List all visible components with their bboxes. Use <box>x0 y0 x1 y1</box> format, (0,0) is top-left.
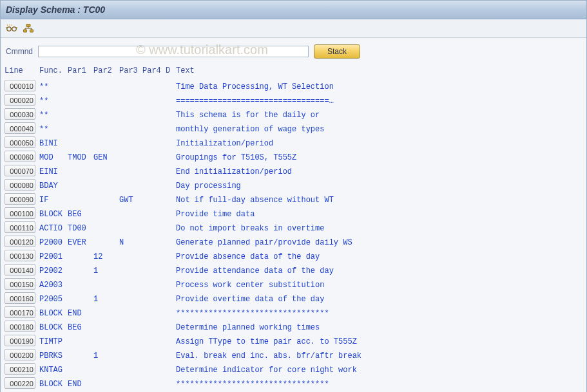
cell-par3 <box>119 306 142 321</box>
cell-par4 <box>142 221 166 236</box>
grid-row[interactable]: 000190TIMTPAssign TType to time pair acc… <box>1 335 586 349</box>
grid-row[interactable]: 000030**This schema is for the daily or <box>1 108 586 122</box>
line-number: 000170 <box>5 306 35 318</box>
cell-d <box>166 193 176 207</box>
cell-par2 <box>93 335 119 349</box>
cell-par2 <box>93 207 119 221</box>
grid-row[interactable]: 000150A2003Process work center substitut… <box>1 278 586 292</box>
grid-row[interactable]: 000200PBRKS1Eval. break end inc. abs. bf… <box>1 349 586 363</box>
command-input[interactable] <box>38 46 309 57</box>
cell-text: Groupings for T510S, T555Z <box>176 151 582 165</box>
grid-row[interactable]: 000050BINIInitialization/period <box>1 136 586 151</box>
cell-text: monthly generation of wage types <box>176 122 582 136</box>
cell-func: MOD <box>39 151 68 165</box>
cell-func: ** <box>39 122 68 136</box>
header-func: Func. <box>39 64 68 78</box>
line-number-cell[interactable]: 000170 <box>5 306 39 321</box>
window-title: Display Schema : TC00 <box>6 5 105 15</box>
cell-text: This schema is for the daily or <box>176 108 582 122</box>
cell-par4 <box>142 377 166 391</box>
grid-row[interactable]: 000110ACTIOTD00Do not import breaks in o… <box>1 221 586 236</box>
cell-func: ** <box>39 108 68 122</box>
grid-row[interactable]: 000220BLOCKEND**************************… <box>1 377 586 391</box>
cell-par1: TMOD <box>68 151 93 165</box>
cell-d <box>166 306 176 321</box>
grid-row[interactable]: 000180BLOCKBEGDetermine planned working … <box>1 321 586 335</box>
cell-par3 <box>119 278 142 292</box>
grid-row[interactable]: 000060MODTMODGENGroupings for T510S, T55… <box>1 151 586 165</box>
cell-par4 <box>142 80 166 94</box>
grid-row[interactable]: 000120P2000EVERNGenerate planned pair/pr… <box>1 236 586 250</box>
cell-func: A2003 <box>39 278 68 292</box>
line-number-cell[interactable]: 000190 <box>5 335 39 349</box>
line-number-cell[interactable]: 000220 <box>5 377 39 391</box>
cell-par2 <box>93 80 119 94</box>
cell-par1: BEG <box>68 207 93 221</box>
grid-row[interactable]: 000020**================================… <box>1 94 586 108</box>
grid-row[interactable]: 000080BDAYDay processing <box>1 179 586 193</box>
cell-d <box>166 207 176 221</box>
line-number-cell[interactable]: 000110 <box>5 221 39 236</box>
line-number-cell[interactable]: 000020 <box>5 94 39 108</box>
cell-text: Determine planned working times <box>176 321 582 335</box>
hierarchy-icon <box>23 24 34 33</box>
svg-point-0 <box>7 27 11 31</box>
line-number-cell[interactable]: 000210 <box>5 363 39 377</box>
line-number-cell[interactable]: 000100 <box>5 207 39 221</box>
svg-rect-2 <box>26 24 30 27</box>
line-number: 000050 <box>5 136 35 148</box>
grid-body: 000010**Time Data Processing, WT Selecti… <box>1 80 586 392</box>
cell-d <box>166 250 176 264</box>
line-number-cell[interactable]: 000070 <box>5 165 39 179</box>
stack-button[interactable]: Stack <box>314 44 360 59</box>
grid-row[interactable]: 000070EINIEnd initialization/period <box>1 165 586 179</box>
grid-row[interactable]: 000160P20051Provide overtime data of the… <box>1 292 586 306</box>
grid-row[interactable]: 000140P20021Provide attendance data of t… <box>1 264 586 278</box>
line-number-cell[interactable]: 000030 <box>5 108 39 122</box>
grid-row[interactable]: 000040**monthly generation of wage types <box>1 122 586 136</box>
line-number-cell[interactable]: 000060 <box>5 151 39 165</box>
svg-rect-4 <box>30 30 34 32</box>
line-number-cell[interactable]: 000180 <box>5 321 39 335</box>
line-number-cell[interactable]: 000090 <box>5 193 39 207</box>
cell-func: EINI <box>39 165 68 179</box>
line-number-cell[interactable]: 000140 <box>5 264 39 278</box>
line-number-cell[interactable]: 000160 <box>5 292 39 306</box>
grid-row[interactable]: 000170BLOCKEND**************************… <box>1 306 586 321</box>
cell-par3 <box>119 292 142 306</box>
cell-text: Eval. break end inc. abs. bfr/aftr break <box>176 349 582 363</box>
cell-par1 <box>68 349 93 363</box>
line-number-cell[interactable]: 000080 <box>5 179 39 193</box>
cell-par1 <box>68 363 93 377</box>
cell-par2: 1 <box>93 264 119 278</box>
line-number: 000220 <box>5 377 35 389</box>
cell-par4 <box>142 165 166 179</box>
cell-par4 <box>142 236 166 250</box>
grid-row[interactable]: 000010**Time Data Processing, WT Selecti… <box>1 80 586 94</box>
cell-d <box>166 349 176 363</box>
cell-par2: GEN <box>93 151 119 165</box>
line-number-cell[interactable]: 000050 <box>5 136 39 151</box>
line-number-cell[interactable]: 000150 <box>5 278 39 292</box>
cell-d <box>166 165 176 179</box>
line-number-cell[interactable]: 000130 <box>5 250 39 264</box>
line-number-cell[interactable]: 000040 <box>5 122 39 136</box>
cell-par3 <box>119 264 142 278</box>
cell-par4 <box>142 207 166 221</box>
line-number-cell[interactable]: 000120 <box>5 236 39 250</box>
line-number: 000070 <box>5 165 35 176</box>
line-number: 000010 <box>5 80 35 91</box>
line-number: 000190 <box>5 335 35 346</box>
grid-row[interactable]: 000130P200112Provide absence data of the… <box>1 250 586 264</box>
where-used-button[interactable] <box>21 22 35 35</box>
line-number: 000150 <box>5 278 35 290</box>
display-attributes-button[interactable] <box>5 22 19 35</box>
line-number-cell[interactable]: 000200 <box>5 349 39 363</box>
cell-par4 <box>142 136 166 151</box>
grid-row[interactable]: 000090IFGWTNot if full-day absence witho… <box>1 193 586 207</box>
cell-d <box>166 221 176 236</box>
cell-func: TIMTP <box>39 335 68 349</box>
grid-row[interactable]: 000210KNTAGDetermine indicator for core … <box>1 363 586 377</box>
grid-row[interactable]: 000100BLOCKBEGProvide time data <box>1 207 586 221</box>
line-number-cell[interactable]: 000010 <box>5 80 39 94</box>
